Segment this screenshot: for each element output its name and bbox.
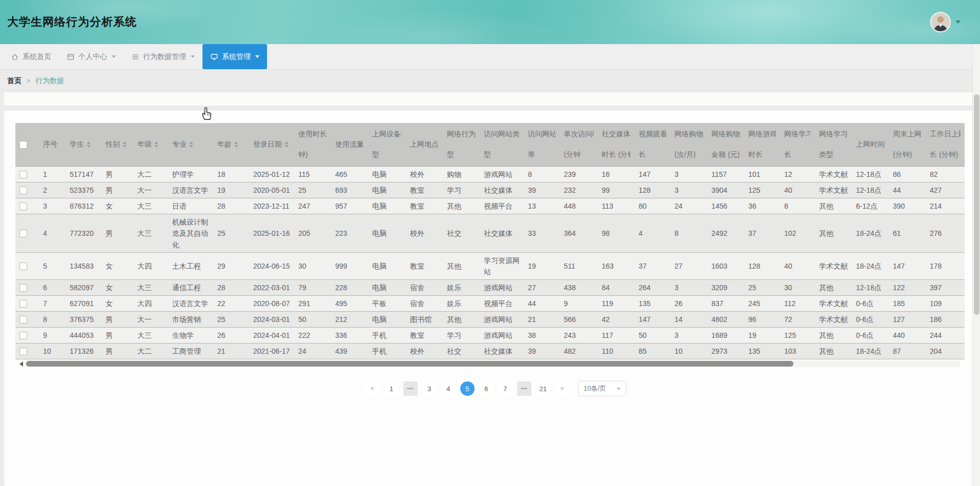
- pagination-page-button[interactable]: 3: [422, 381, 437, 396]
- table-cell: 627091: [66, 296, 101, 312]
- row-checkbox[interactable]: [19, 284, 27, 292]
- table-cell: 163: [598, 253, 635, 280]
- table-cell: 女: [101, 253, 133, 280]
- column-header[interactable]: 访问网站频率: [524, 123, 560, 167]
- pagination-next-button[interactable]: >: [555, 381, 569, 396]
- column-header[interactable]: 使用流量: [331, 123, 368, 167]
- row-checkbox[interactable]: [19, 171, 27, 178]
- nav-item-system-management[interactable]: 系统管理: [202, 44, 267, 69]
- nav-item-personal-center[interactable]: 个人中心: [59, 44, 124, 69]
- column-header[interactable]: 学生: [66, 123, 101, 167]
- pagination-page-button[interactable]: 4: [441, 381, 456, 396]
- table-cell: 214: [926, 198, 965, 214]
- table-cell: 1689: [707, 328, 744, 343]
- table-row: 6582097女大三通信工程282022-03-0179228电脑宿舍娱乐游戏网…: [15, 280, 965, 296]
- column-header[interactable]: 社交媒体使时长 (分钟): [598, 123, 635, 167]
- column-header-label: 序号: [43, 140, 57, 149]
- row-checkbox-cell: [15, 312, 39, 328]
- chevron-down-icon[interactable]: [955, 21, 961, 24]
- pagination-prev-button[interactable]: <: [365, 381, 380, 396]
- row-checkbox-cell: [15, 167, 39, 183]
- scrollbar-track[interactable]: [25, 360, 961, 367]
- table-cell: 2023-12-11: [249, 198, 294, 214]
- column-header[interactable]: 网络行为类型: [443, 123, 480, 167]
- column-header-label: 网络游戏使: [748, 130, 776, 139]
- row-checkbox[interactable]: [19, 348, 27, 355]
- breadcrumb-home[interactable]: 首页: [7, 76, 22, 86]
- column-header[interactable]: 使用时长 (分钟): [294, 123, 331, 167]
- sort-caret-icon[interactable]: [122, 141, 127, 148]
- table-cell: 其他: [815, 328, 852, 343]
- nav-item-system-home[interactable]: 系统首页: [3, 44, 59, 69]
- column-header[interactable]: 性别: [101, 123, 133, 167]
- scrollbar-thumb[interactable]: [974, 94, 979, 315]
- table-cell: 85: [635, 343, 670, 359]
- row-checkbox[interactable]: [19, 262, 27, 270]
- table-cell: 2024-06-15: [249, 253, 294, 280]
- column-header[interactable]: 年龄: [213, 123, 249, 167]
- pagination-page-button[interactable]: 1: [384, 381, 399, 396]
- table-cell: 28: [213, 198, 249, 214]
- sort-caret-icon[interactable]: [87, 141, 91, 148]
- column-header[interactable]: 网络学习资类型: [815, 123, 852, 167]
- column-header-label: 时长: [748, 150, 763, 159]
- pagination-ellipsis-button[interactable]: •••: [403, 381, 418, 396]
- pagination-ellipsis-button[interactable]: •••: [517, 381, 532, 396]
- pagination-page-button[interactable]: 7: [498, 381, 513, 396]
- table-cell: 44: [524, 296, 560, 312]
- column-header-label: 使用流量: [335, 140, 364, 149]
- column-header[interactable]: 访问网站类型: [480, 123, 524, 167]
- scroll-left-arrow-icon[interactable]: [19, 361, 23, 367]
- table-cell: 178: [926, 253, 965, 280]
- sort-caret-icon[interactable]: [234, 141, 238, 148]
- sort-caret-icon[interactable]: [154, 141, 158, 148]
- table-cell: 8: [780, 198, 815, 214]
- user-menu[interactable]: [930, 12, 961, 32]
- column-header[interactable]: 专业: [168, 123, 213, 167]
- table-cell: 465: [331, 167, 368, 183]
- avatar[interactable]: [930, 12, 951, 32]
- column-header-label: 网络学习资: [819, 130, 848, 139]
- table-cell: 其他: [815, 343, 852, 359]
- column-header[interactable]: 网络购物频(次/月): [670, 123, 707, 167]
- pagination-page-button[interactable]: 6: [479, 381, 494, 396]
- table-cell: 36: [744, 198, 780, 214]
- table-cell: 4802: [707, 312, 744, 328]
- pagination-page-button[interactable]: 5: [460, 381, 475, 396]
- column-header[interactable]: 年级: [133, 123, 168, 167]
- table-cell: 232: [560, 183, 598, 198]
- table-cell: 876312: [66, 198, 101, 214]
- nav-item-behavior-data-management[interactable]: 行为数据管理: [124, 44, 202, 69]
- table-cell: 33: [524, 214, 560, 253]
- column-header[interactable]: 网络游戏使时长: [744, 123, 780, 167]
- pagination-page-button[interactable]: 21: [536, 381, 550, 396]
- row-checkbox[interactable]: [19, 187, 27, 194]
- row-checkbox[interactable]: [19, 332, 27, 339]
- table-cell: 22: [213, 296, 249, 312]
- column-header[interactable]: 网络购物消金额 (元): [707, 123, 744, 167]
- column-header[interactable]: 上网时间段: [852, 123, 889, 167]
- column-header[interactable]: 上网地点: [406, 123, 443, 167]
- row-checkbox[interactable]: [19, 316, 27, 323]
- column-header[interactable]: 周末上网时(分钟): [889, 123, 926, 167]
- table-cell: 4: [635, 214, 670, 253]
- row-checkbox[interactable]: [19, 300, 27, 308]
- column-header[interactable]: 网络学习时长: [780, 123, 815, 167]
- column-header[interactable]: 登录日期: [249, 123, 294, 167]
- horizontal-scrollbar[interactable]: [15, 360, 961, 368]
- vertical-scrollbar[interactable]: [972, 44, 980, 486]
- select-all-checkbox[interactable]: [19, 141, 27, 149]
- sort-caret-icon[interactable]: [189, 141, 193, 148]
- table-cell: 12-18点: [852, 280, 889, 296]
- column-header[interactable]: 上网设备类型: [368, 123, 406, 167]
- column-header-label: 长: [784, 150, 791, 159]
- row-checkbox[interactable]: [19, 230, 27, 237]
- row-checkbox[interactable]: [19, 202, 27, 210]
- column-header[interactable]: 视频观看时长: [635, 123, 670, 167]
- column-header[interactable]: 单次访问时(分钟: [560, 123, 598, 167]
- sort-caret-icon[interactable]: [284, 141, 289, 148]
- column-header[interactable]: 工作日上网长 (分钟): [926, 123, 965, 167]
- scrollbar-thumb[interactable]: [26, 361, 793, 367]
- table-cell: 25: [213, 312, 249, 328]
- page-size-select[interactable]: 10条/页: [578, 381, 626, 396]
